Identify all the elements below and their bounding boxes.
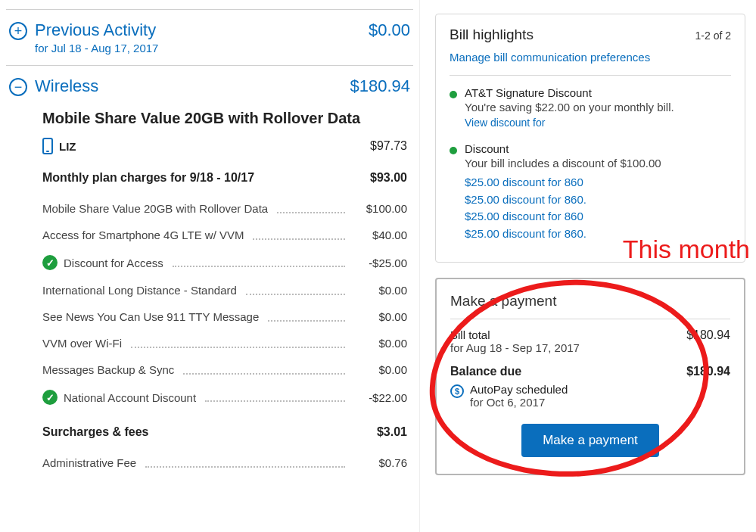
- bullet-icon: [450, 147, 457, 154]
- surcharge-line-items: Administrative Fee$0.76: [42, 450, 407, 476]
- line-item-amount: $0.00: [354, 363, 407, 376]
- line-item-amount: -$22.00: [354, 391, 407, 404]
- balance-due-amount: $180.94: [686, 365, 730, 378]
- device-amount: $97.73: [370, 139, 407, 153]
- line-item: Administrative Fee$0.76: [42, 450, 407, 476]
- bullet-icon: [450, 91, 457, 98]
- wireless-amount: $180.94: [350, 76, 410, 96]
- payment-title: Make a payment: [450, 293, 730, 310]
- line-item: VVM over Wi-Fi$0.00: [42, 330, 407, 356]
- autopay-icon: [450, 384, 464, 398]
- make-payment-button[interactable]: Make a payment: [521, 424, 659, 457]
- checkmark-icon: [42, 390, 58, 405]
- wireless-section: − Wireless $180.94 Mobile Share Value 20…: [6, 65, 413, 487]
- signature-discount-row: AT&T Signature Discount You're saving $2…: [450, 86, 731, 129]
- previous-activity-amount: $0.00: [369, 20, 410, 40]
- collapse-icon[interactable]: −: [9, 78, 27, 96]
- line-item-label: See News You Can Use 911 TTY Message: [42, 310, 259, 323]
- line-item-label: Mobile Share Value 20GB with Rollover Da…: [42, 202, 268, 215]
- line-item-label: Administrative Fee: [42, 456, 136, 469]
- line-item: Mobile Share Value 20GB with Rollover Da…: [42, 195, 407, 222]
- device-row: LIZ $97.73: [42, 138, 407, 154]
- previous-activity-title[interactable]: Previous Activity: [35, 20, 158, 40]
- discount-line[interactable]: $25.00 discount for 860.: [465, 226, 731, 243]
- bill-details-column: + Previous Activity for Jul 18 - Aug 17,…: [0, 0, 420, 532]
- monthly-charges-amount: $93.00: [370, 171, 407, 185]
- autopay-line1: AutoPay scheduled: [470, 383, 568, 396]
- line-item-amount: $0.00: [354, 337, 407, 350]
- line-item-label: Messages Backup & Sync: [42, 363, 174, 376]
- autopay-line2: for Oct 6, 2017: [470, 396, 568, 409]
- line-item: National Account Discount-$22.00: [42, 383, 407, 412]
- bill-summary-column: Bill highlights 1-2 of 2 Manage bill com…: [420, 0, 756, 532]
- balance-due-label: Balance due: [450, 365, 521, 378]
- wireless-title[interactable]: Wireless: [35, 76, 98, 96]
- signature-title: AT&T Signature Discount: [465, 86, 674, 99]
- line-item-label: International Long Distance - Standard: [42, 284, 237, 297]
- line-item: Discount for Access-$25.00: [42, 248, 407, 277]
- discount-row: Discount Your bill includes a discount o…: [450, 142, 731, 242]
- autopay-row: AutoPay scheduled for Oct 6, 2017: [450, 383, 730, 409]
- line-item-amount: $0.00: [354, 284, 407, 297]
- discount-sub: Your bill includes a discount of $100.00: [465, 157, 731, 170]
- plan-block: Mobile Share Value 20GB with Rollover Da…: [9, 96, 410, 476]
- discount-title: Discount: [465, 142, 731, 155]
- make-payment-card: Make a payment Bill total for Aug 18 - S…: [435, 278, 745, 475]
- line-item-label: Discount for Access: [64, 257, 163, 269]
- signature-sub: You're saving $22.00 on your monthly bil…: [465, 101, 674, 114]
- discount-line[interactable]: $25.00 discount for 860: [465, 208, 731, 226]
- highlights-count: 1-2 of 2: [695, 30, 731, 42]
- line-item-amount: $40.00: [354, 229, 407, 241]
- monthly-line-items: Mobile Share Value 20GB with Rollover Da…: [42, 195, 407, 412]
- bill-total-label: Bill total: [450, 328, 580, 341]
- line-item-amount: $0.76: [354, 456, 407, 469]
- balance-due-row: Balance due $180.94: [450, 365, 730, 378]
- line-item-amount: -$25.00: [354, 257, 407, 269]
- line-item: International Long Distance - Standard$0…: [42, 277, 407, 303]
- discount-lines: $25.00 discount for 860$25.00 discount f…: [465, 174, 731, 242]
- expand-icon[interactable]: +: [9, 22, 27, 40]
- line-item: Messages Backup & Sync$0.00: [42, 356, 407, 383]
- bill-highlights-card: Bill highlights 1-2 of 2 Manage bill com…: [435, 14, 745, 263]
- previous-activity-section: + Previous Activity for Jul 18 - Aug 17,…: [6, 9, 413, 65]
- view-discount-link[interactable]: View discount for: [465, 117, 674, 129]
- device-name: LIZ: [59, 140, 76, 153]
- line-item-label: Access for Smartphone 4G LTE w/ VVM: [42, 229, 244, 241]
- line-item-label: VVM over Wi-Fi: [42, 337, 122, 350]
- line-item: Access for Smartphone 4G LTE w/ VVM$40.0…: [42, 222, 407, 248]
- line-item-amount: $0.00: [354, 310, 407, 323]
- discount-line[interactable]: $25.00 discount for 860.: [465, 191, 731, 209]
- phone-icon: [42, 138, 53, 154]
- line-item: See News You Can Use 911 TTY Message$0.0…: [42, 303, 407, 330]
- previous-activity-period: for Jul 18 - Aug 17, 2017: [35, 42, 158, 54]
- bill-total-amount: $180.94: [686, 328, 730, 342]
- surcharges-amount: $3.01: [377, 425, 407, 439]
- plan-title: Mobile Share Value 20GB with Rollover Da…: [42, 110, 407, 127]
- monthly-charges-label: Monthly plan charges for 9/18 - 10/17: [42, 171, 254, 185]
- surcharges-label: Surcharges & fees: [42, 425, 149, 439]
- surcharges-header: Surcharges & fees $3.01: [42, 425, 407, 439]
- highlights-title: Bill highlights: [450, 26, 534, 43]
- checkmark-icon: [42, 255, 58, 270]
- monthly-charges-header: Monthly plan charges for 9/18 - 10/17 $9…: [42, 171, 407, 185]
- manage-preferences-link[interactable]: Manage bill communication preferences: [450, 51, 650, 64]
- line-item-label: National Account Discount: [64, 391, 196, 404]
- discount-line[interactable]: $25.00 discount for 860: [465, 174, 731, 191]
- bill-period: for Aug 18 - Sep 17, 2017: [450, 341, 580, 354]
- line-item-amount: $100.00: [354, 202, 407, 215]
